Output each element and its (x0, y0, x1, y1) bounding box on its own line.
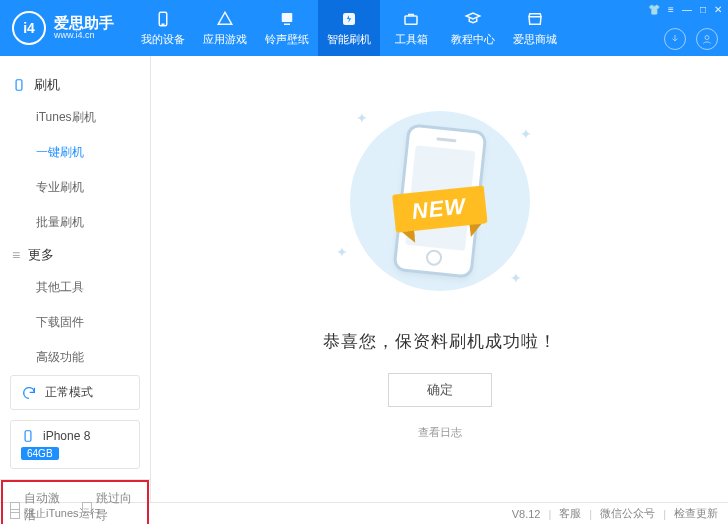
view-log-link[interactable]: 查看日志 (418, 425, 462, 440)
skin-icon[interactable]: 👕 (648, 4, 660, 15)
nav-label: 我的设备 (141, 32, 185, 47)
nav-shop[interactable]: 爱思商城 (504, 0, 566, 56)
sidebar-group-flash: 刷机 (0, 70, 150, 100)
sidebar-item-download-firmware[interactable]: 下载固件 (36, 305, 150, 340)
close-icon[interactable]: ✕ (714, 4, 722, 15)
block-itunes-label: 阻止iTunes运行 (24, 506, 101, 521)
block-itunes-checkbox[interactable]: 阻止iTunes运行 (10, 506, 101, 521)
mode-label: 正常模式 (45, 384, 93, 401)
success-message: 恭喜您，保资料刷机成功啦！ (323, 330, 557, 353)
svg-rect-3 (284, 24, 290, 26)
nav-tutorial[interactable]: 教程中心 (442, 0, 504, 56)
storage-badge: 64GB (21, 447, 59, 460)
sidebar-group-label: 更多 (28, 246, 54, 264)
maximize-icon[interactable]: □ (700, 4, 706, 15)
svg-rect-2 (282, 13, 293, 22)
sidebar-item-other-tools[interactable]: 其他工具 (36, 270, 150, 305)
phone-icon (12, 78, 26, 92)
sidebar-item-batch-flash[interactable]: 批量刷机 (36, 205, 150, 240)
app-body: 刷机 iTunes刷机 一键刷机 专业刷机 批量刷机 ≡ 更多 其他工具 下载固… (0, 56, 728, 502)
svg-rect-7 (16, 80, 22, 91)
app-url: www.i4.cn (54, 31, 114, 41)
sidebar-group-more: ≡ 更多 (0, 240, 150, 270)
nav-apps[interactable]: 应用游戏 (194, 0, 256, 56)
confirm-button[interactable]: 确定 (388, 373, 492, 407)
sidebar-item-advanced[interactable]: 高级功能 (36, 340, 150, 375)
svg-rect-5 (405, 16, 417, 24)
nav-label: 铃声壁纸 (265, 32, 309, 47)
download-icon[interactable] (664, 28, 686, 50)
more-icon: ≡ (12, 247, 20, 263)
nav-label: 智能刷机 (327, 32, 371, 47)
nav-label: 工具箱 (395, 32, 428, 47)
svg-rect-8 (25, 431, 31, 442)
flash-icon (339, 9, 359, 29)
app-name: 爱思助手 (54, 15, 114, 32)
logo-icon: i4 (12, 11, 46, 45)
user-icon[interactable] (696, 28, 718, 50)
mode-box[interactable]: 正常模式 (10, 375, 140, 410)
update-link[interactable]: 检查更新 (674, 506, 718, 521)
sidebar: 刷机 iTunes刷机 一键刷机 专业刷机 批量刷机 ≡ 更多 其他工具 下载固… (0, 56, 151, 502)
wechat-link[interactable]: 微信公众号 (600, 506, 655, 521)
sidebar-item-onekey-flash[interactable]: 一键刷机 (36, 135, 150, 170)
app-logo: i4 爱思助手 www.i4.cn (12, 11, 122, 45)
nav-label: 教程中心 (451, 32, 495, 47)
sidebar-item-pro-flash[interactable]: 专业刷机 (36, 170, 150, 205)
support-link[interactable]: 客服 (559, 506, 581, 521)
tools-icon (401, 9, 421, 29)
nav-label: 爱思商城 (513, 32, 557, 47)
nav-flash[interactable]: 智能刷机 (318, 0, 380, 56)
logo-text: 爱思助手 www.i4.cn (54, 15, 114, 41)
tutorial-icon (463, 9, 483, 29)
success-illustration: ✦ ✦ ✦ ✦ NEW (330, 106, 550, 296)
nav-my-device[interactable]: 我的设备 (132, 0, 194, 56)
nav-label: 应用游戏 (203, 32, 247, 47)
phone-icon (21, 429, 35, 443)
skip-setup-label: 跳过向导 (96, 490, 140, 524)
refresh-icon (21, 385, 37, 401)
version-label: V8.12 (512, 508, 541, 520)
main-nav: 我的设备 应用游戏 铃声壁纸 智能刷机 工具箱 教程中心 爱思商城 (132, 0, 566, 56)
sidebar-group-label: 刷机 (34, 76, 60, 94)
ringtone-icon (277, 9, 297, 29)
svg-point-6 (705, 36, 709, 40)
apps-icon (215, 9, 235, 29)
menu-icon[interactable]: ≡ (668, 4, 674, 15)
nav-ringtone[interactable]: 铃声壁纸 (256, 0, 318, 56)
main-content: ✦ ✦ ✦ ✦ NEW 恭喜您，保资料刷机成功啦！ 确定 查看日志 (151, 56, 728, 502)
shop-icon (525, 9, 545, 29)
device-icon (153, 9, 173, 29)
header-right (664, 28, 718, 50)
footer-links: V8.12 | 客服 | 微信公众号 | 检查更新 (512, 506, 718, 521)
sidebar-item-itunes-flash[interactable]: iTunes刷机 (36, 100, 150, 135)
device-name: iPhone 8 (43, 429, 90, 443)
window-controls: 👕 ≡ — □ ✕ (648, 4, 722, 15)
nav-tools[interactable]: 工具箱 (380, 0, 442, 56)
app-header: i4 爱思助手 www.i4.cn 我的设备 应用游戏 铃声壁纸 智能刷机 工具… (0, 0, 728, 56)
minimize-icon[interactable]: — (682, 4, 692, 15)
device-box[interactable]: iPhone 8 64GB (10, 420, 140, 469)
